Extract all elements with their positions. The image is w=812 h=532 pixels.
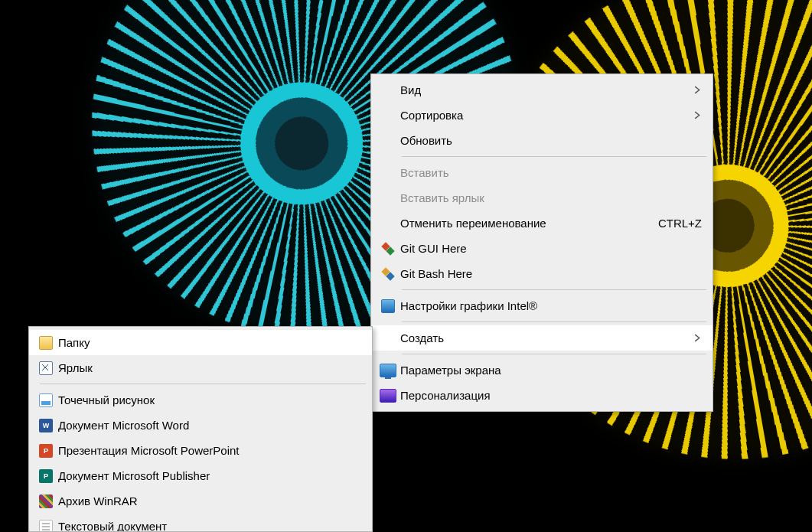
menu-shortcut: CTRL+Z xyxy=(658,217,702,230)
menu-item-label: Ярлык xyxy=(58,361,361,374)
submenu-item-shortcut[interactable]: Ярлык xyxy=(29,355,372,380)
submenu-item-powerpoint[interactable]: P Презентация Microsoft PowerPoint xyxy=(29,438,372,463)
menu-item-undo-rename[interactable]: Отменить переименование CTRL+Z xyxy=(371,211,713,236)
intel-graphics-icon xyxy=(376,299,400,313)
menu-item-display-settings[interactable]: Параметры экрана xyxy=(371,357,713,383)
menu-item-label: Вставить ярлык xyxy=(400,191,702,204)
menu-item-label: Настройки графики Intel® xyxy=(400,299,702,312)
menu-separator xyxy=(40,383,366,384)
winrar-icon xyxy=(34,494,58,508)
submenu-item-text[interactable]: Текстовый документ xyxy=(29,514,372,532)
menu-item-label: Архив WinRAR xyxy=(58,494,361,508)
menu-item-create[interactable]: Создать xyxy=(371,325,713,351)
menu-item-label: Точечный рисунок xyxy=(58,393,361,406)
submenu-item-winrar[interactable]: Архив WinRAR xyxy=(29,488,372,514)
powerpoint-icon: P xyxy=(34,444,58,458)
menu-item-label: Вставить xyxy=(400,166,702,179)
menu-separator xyxy=(402,289,706,290)
git-gui-icon xyxy=(376,242,400,256)
display-settings-icon xyxy=(376,364,400,377)
menu-item-paste: Вставить xyxy=(371,160,713,185)
menu-item-label: Презентация Microsoft PowerPoint xyxy=(58,444,361,457)
shortcut-icon xyxy=(34,361,58,375)
menu-item-intel-graphics[interactable]: Настройки графики Intel® xyxy=(371,293,713,318)
menu-item-label: Git Bash Here xyxy=(400,267,702,280)
menu-item-label: Сортировка xyxy=(400,109,678,122)
menu-item-label: Параметры экрана xyxy=(400,364,702,377)
menu-item-label: Персонализация xyxy=(400,389,702,402)
menu-item-label: Документ Microsoft Publisher xyxy=(58,469,361,482)
submenu-arrow-icon xyxy=(693,331,702,344)
menu-item-label: Отменить переименование xyxy=(400,217,643,230)
submenu-item-word[interactable]: W Документ Microsoft Word xyxy=(29,413,372,438)
menu-item-paste-shortcut: Вставить ярлык xyxy=(371,185,713,211)
menu-item-label: Создать xyxy=(400,331,678,344)
text-file-icon xyxy=(34,520,58,533)
menu-item-label: Текстовый документ xyxy=(58,520,361,532)
menu-item-sort[interactable]: Сортировка xyxy=(371,103,713,128)
menu-item-label: Документ Microsoft Word xyxy=(58,419,361,432)
menu-separator xyxy=(402,321,706,322)
submenu-item-bitmap[interactable]: Точечный рисунок xyxy=(29,387,372,413)
menu-item-label: Папку xyxy=(58,336,361,349)
publisher-icon: P xyxy=(34,469,58,483)
submenu-arrow-icon xyxy=(693,83,702,96)
menu-separator xyxy=(402,354,706,354)
create-submenu: Папку Ярлык Точечный рисунок W Документ … xyxy=(28,326,373,532)
folder-icon xyxy=(34,336,58,350)
submenu-item-folder[interactable]: Папку xyxy=(29,330,372,355)
submenu-arrow-icon xyxy=(693,109,702,122)
menu-item-view[interactable]: Вид xyxy=(371,77,713,103)
menu-item-label: Обновить xyxy=(400,134,702,147)
personalize-icon xyxy=(376,389,400,403)
menu-item-refresh[interactable]: Обновить xyxy=(371,128,713,153)
submenu-item-publisher[interactable]: P Документ Microsoft Publisher xyxy=(29,463,372,488)
menu-item-git-gui[interactable]: Git GUI Here xyxy=(371,236,713,261)
menu-item-label: Git GUI Here xyxy=(400,242,702,255)
git-bash-icon xyxy=(376,267,400,281)
word-icon: W xyxy=(34,419,58,432)
menu-separator xyxy=(402,156,706,157)
menu-item-personalize[interactable]: Персонализация xyxy=(371,383,713,408)
menu-item-label: Вид xyxy=(400,83,678,96)
bitmap-icon xyxy=(34,393,58,407)
desktop-context-menu: Вид Сортировка Обновить Вставить Вставит… xyxy=(370,73,713,412)
menu-item-git-bash[interactable]: Git Bash Here xyxy=(371,261,713,286)
